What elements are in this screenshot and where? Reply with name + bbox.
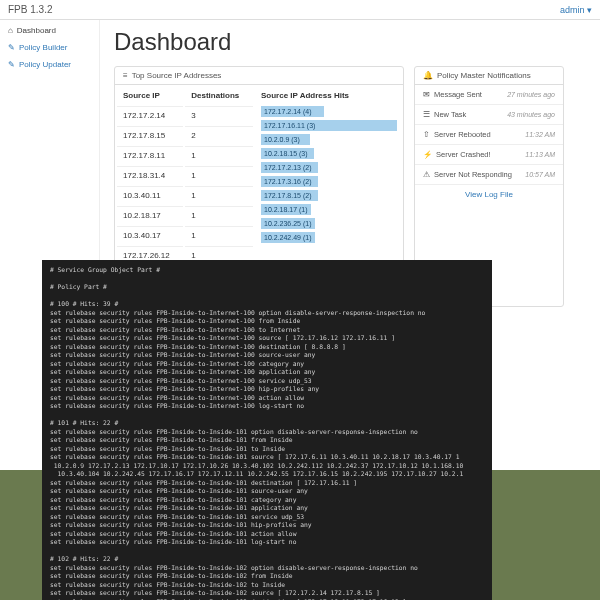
table-row: 172.17.2.143 <box>117 106 253 124</box>
terminal-output: # Service Group Object Part # # Policy P… <box>42 260 492 323</box>
bar-row: 172.17.2.14 (4) <box>261 106 397 117</box>
notification-text: Server Rebooted <box>434 130 491 139</box>
table-row: 172.17.8.152 <box>117 126 253 144</box>
table-row: 10.3.40.171 <box>117 226 253 244</box>
notification-time: 11:32 AM <box>525 131 555 138</box>
panel-title: Top Source IP Addresses <box>132 71 222 80</box>
upload-icon: ⇧ <box>423 130 430 139</box>
notification-item[interactable]: ⚡Server Crashed!11:13 AM <box>415 144 563 164</box>
notification-time: 43 minutes ago <box>507 111 555 118</box>
bar-row: 10.2.0.9 (3) <box>261 134 397 145</box>
col-dest: Destinations <box>185 87 253 104</box>
notification-time: 11:13 AM <box>525 151 555 158</box>
notification-text: Server Crashed! <box>436 150 491 159</box>
notification-item[interactable]: ⚠Server Not Responding10:57 AM <box>415 164 563 184</box>
list-icon: ≡ <box>123 71 128 80</box>
sidebar-item-label: Policy Updater <box>19 60 71 69</box>
bell-icon: 🔔 <box>423 71 433 80</box>
panel-title: Policy Master Notifications <box>437 71 531 80</box>
caret-down-icon: ▾ <box>587 5 592 15</box>
warning-icon: ⚠ <box>423 170 430 179</box>
bar-row: 10.2.236.25 (1) <box>261 218 397 229</box>
sidebar-item-label: Policy Builder <box>19 43 67 52</box>
table-row: 10.2.18.171 <box>117 206 253 224</box>
bolt-icon: ⚡ <box>423 150 432 159</box>
sidebar-item-dashboard[interactable]: ⌂ Dashboard <box>0 22 99 39</box>
user-menu[interactable]: admin ▾ <box>560 5 592 15</box>
bar-row: 172.17.8.15 (2) <box>261 190 397 201</box>
notification-text: Server Not Responding <box>434 170 512 179</box>
sidebar-item-policy-builder[interactable]: ✎ Policy Builder <box>0 39 99 56</box>
bar-row: 172.17.3.16 (2) <box>261 176 397 187</box>
table-row: 172.17.8.111 <box>117 146 253 164</box>
dashboard-icon: ⌂ <box>8 26 13 35</box>
brand: FPB 1.3.2 <box>8 4 52 15</box>
notification-item[interactable]: ✉Message Sent27 minutes ago <box>415 85 563 104</box>
bar-row: 172.17.2.13 (2) <box>261 162 397 173</box>
sidebar-item-label: Dashboard <box>17 26 56 35</box>
pencil-icon: ✎ <box>8 43 15 52</box>
notification-item[interactable]: ☰New Task43 minutes ago <box>415 104 563 124</box>
tasks-icon: ☰ <box>423 110 430 119</box>
edit-icon: ✎ <box>8 60 15 69</box>
bar-row: 172.17.16.11 (3) <box>261 120 397 131</box>
bar-row: 10.2.242.49 (1) <box>261 232 397 243</box>
notification-time: 10:57 AM <box>525 171 555 178</box>
page-title: Dashboard <box>114 28 586 56</box>
notification-item[interactable]: ⇧Server Rebooted11:32 AM <box>415 124 563 144</box>
bar-row: 10.2.18.17 (1) <box>261 204 397 215</box>
sidebar-item-policy-updater[interactable]: ✎ Policy Updater <box>0 56 99 73</box>
table-row: 10.3.40.111 <box>117 186 253 204</box>
envelope-icon: ✉ <box>423 90 430 99</box>
col-source-ip: Source IP <box>117 87 183 104</box>
bar-row: 10.2.18.15 (3) <box>261 148 397 159</box>
table-row: 172.18.31.41 <box>117 166 253 184</box>
notification-text: Message Sent <box>434 90 482 99</box>
bars-title: Source IP Address Hits <box>261 89 397 106</box>
notification-text: New Task <box>434 110 466 119</box>
notification-time: 27 minutes ago <box>507 91 555 98</box>
view-log-button[interactable]: View Log File <box>415 184 563 204</box>
